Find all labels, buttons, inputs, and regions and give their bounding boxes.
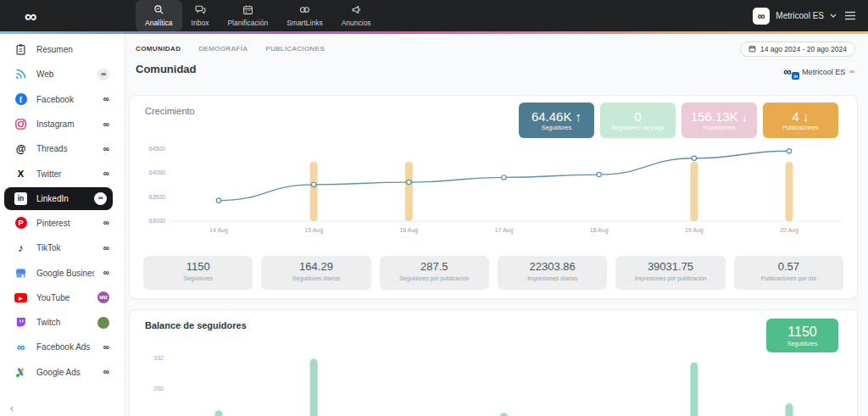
sidebar-item-threads[interactable]: @Threads∞ bbox=[0, 136, 125, 161]
sidebar-item-twitter[interactable]: XTwitter∞ bbox=[0, 161, 125, 186]
tab-label: Planificación bbox=[227, 19, 268, 27]
infinity-badge: ∞ bbox=[849, 68, 854, 75]
linkedin-account-icon: ∞ in bbox=[783, 66, 798, 77]
stat-label: Seguidores diarios bbox=[261, 275, 370, 281]
stat-value: 164.29 bbox=[261, 260, 370, 273]
connected-account-chip[interactable]: ∞ in Metricool ES ∞ bbox=[783, 66, 854, 77]
instagram-icon bbox=[14, 118, 27, 130]
stat-impresiones-diarias: 22303.86Impresiones diarias bbox=[498, 256, 607, 290]
growth-card-title: Crecimiento bbox=[145, 106, 195, 116]
stat-seguidores-por-publicaci-n: 287.5Seguidores por publicación bbox=[380, 256, 489, 290]
stat-label: Seguidores bbox=[143, 275, 253, 281]
sidebar-item-facebook-ads[interactable]: ∞Facebook Ads∞ bbox=[0, 335, 125, 359]
connected-account-label: Metricool ES bbox=[802, 68, 845, 76]
infinity-badge: ∞ bbox=[103, 368, 109, 376]
infinity-badge: ∞ bbox=[94, 192, 107, 205]
sidebar-item-label: Instagram bbox=[36, 119, 94, 129]
growth-chart: 6450064000635006300014 Aug15 Aug16 Aug17… bbox=[143, 138, 845, 238]
tab-label: Inbox bbox=[192, 19, 209, 27]
sidebar-item-instagram[interactable]: Instagram∞ bbox=[0, 112, 125, 136]
stat-value: 287.5 bbox=[380, 260, 489, 273]
stat-value: 0.57 bbox=[734, 260, 843, 273]
sidebar-item-pinterest[interactable]: PPinterest∞ bbox=[0, 211, 125, 236]
hamburger-menu-icon[interactable] bbox=[844, 11, 856, 20]
google-business-icon bbox=[14, 267, 27, 280]
svg-text:17 Aug: 17 Aug bbox=[495, 227, 514, 234]
sidebar-item-resumen[interactable]: Resumen bbox=[0, 37, 125, 62]
sidebar-item-facebook[interactable]: fFacebook∞ bbox=[0, 87, 125, 112]
kpi-badge-seguidores-de-pago[interactable]: 0Seguidores de pago bbox=[600, 103, 676, 138]
sidebar-item-label: YouTube bbox=[36, 293, 88, 302]
sidebar-item-google-ads[interactable]: Google Ads∞ bbox=[0, 360, 125, 385]
avatar: MB bbox=[97, 291, 109, 303]
section-tab-publicaciones[interactable]: PUBLICACIONES bbox=[265, 45, 325, 53]
kpi-value: 64.46K ↑ bbox=[531, 110, 581, 125]
sidebar-item-tiktok[interactable]: ♪TikTok∞ bbox=[0, 236, 125, 260]
top-navbar: ∞ AnalíticaInboxPlanificaciónSmartLinksA… bbox=[0, 0, 868, 31]
sidebar-item-label: Web bbox=[36, 69, 88, 79]
sidebar-item-google-business[interactable]: Google Business ...∞ bbox=[0, 260, 125, 285]
tab-smartlinks[interactable]: SmartLinks bbox=[277, 0, 332, 31]
sidebar-item-web[interactable]: Web∞ bbox=[0, 62, 125, 86]
sidebar-item-label: Google Business ... bbox=[36, 269, 94, 278]
sidebar-collapse-button[interactable]: ‹ bbox=[10, 402, 14, 414]
stat-value: 1150 bbox=[143, 260, 253, 273]
infinity-badge: ∞ bbox=[103, 244, 109, 252]
svg-text:63000: 63000 bbox=[149, 218, 166, 224]
kpi-badge-impresiones[interactable]: 156.13K ↓Impresiones bbox=[682, 103, 757, 138]
kpi-label: Seguidores de pago bbox=[611, 125, 665, 130]
balance-card-title: Balance de seguidores bbox=[145, 320, 247, 330]
stat-value: 39031.75 bbox=[615, 260, 725, 273]
svg-text:63500: 63500 bbox=[149, 194, 166, 200]
kpi-badge-seguidores[interactable]: 64.46K ↑Seguidores bbox=[519, 103, 594, 138]
stat-seguidores-diarios: 164.29Seguidores diarios bbox=[261, 256, 370, 290]
twitch-icon bbox=[14, 316, 27, 329]
stat-label: Impresiones por publicación bbox=[615, 275, 725, 281]
sidebar: ResumenWeb∞fFacebook∞Instagram∞@Threads∞… bbox=[0, 34, 125, 416]
infinity-badge: ∞ bbox=[103, 95, 109, 103]
svg-text:64500: 64500 bbox=[149, 146, 166, 152]
tab-anal-tica[interactable]: Analítica bbox=[136, 0, 182, 31]
sidebar-item-label: Threads bbox=[36, 144, 94, 153]
account-switcher[interactable]: ∞ Metricool ES bbox=[753, 8, 837, 25]
analytics-icon bbox=[153, 4, 164, 17]
date-range-picker[interactable]: 14 ago 2024 - 20 ago 2024 bbox=[740, 42, 855, 57]
kpi-badge-publicaciones[interactable]: 4 ↓Publicaciones bbox=[763, 103, 838, 138]
section-tab-comunidad[interactable]: COMUNIDAD bbox=[136, 45, 181, 53]
sidebar-item-linkedin[interactable]: inLinkedIn∞ bbox=[4, 187, 113, 210]
google-ads-icon bbox=[14, 366, 27, 379]
tab-planificaci-n[interactable]: Planificación bbox=[218, 0, 277, 31]
section-tabs: COMUNIDADDEMOGRAFÍAPUBLICACIONES bbox=[136, 45, 325, 53]
infinity-badge: ∞ bbox=[97, 69, 109, 80]
stat-label: Impresiones diarias bbox=[498, 275, 607, 281]
tab-anuncios[interactable]: Anuncios bbox=[332, 0, 381, 31]
kpi-label: Publicaciones bbox=[782, 125, 819, 130]
avatar bbox=[97, 317, 109, 329]
metricool-logo-icon: ∞ bbox=[25, 8, 36, 25]
balance-card: Balance de seguidores 1150 Seguidores 33… bbox=[129, 309, 858, 416]
clipboard-icon bbox=[14, 43, 27, 56]
sidebar-item-label: TikTok bbox=[36, 243, 94, 252]
megaphone-icon bbox=[351, 4, 362, 17]
pinterest-icon: P bbox=[14, 217, 27, 230]
inbox-icon bbox=[195, 4, 206, 17]
stat-publicaciones-por-d-a: 0.57Publicaciones por día bbox=[734, 256, 843, 290]
sidebar-item-youtube[interactable]: ▶YouTubeMB bbox=[0, 286, 125, 310]
sidebar-item-label: Pinterest bbox=[36, 219, 94, 228]
svg-text:16 Aug: 16 Aug bbox=[399, 227, 418, 234]
sidebar-item-label: LinkedIn bbox=[36, 194, 85, 203]
svg-text:19 Aug: 19 Aug bbox=[685, 227, 704, 234]
svg-text:200: 200 bbox=[153, 385, 164, 391]
section-tab-demograf-a[interactable]: DEMOGRAFÍA bbox=[198, 45, 248, 53]
tab-inbox[interactable]: Inbox bbox=[182, 0, 219, 31]
infinity-badge: ∞ bbox=[103, 169, 109, 178]
tab-label: Analítica bbox=[145, 19, 173, 27]
account-avatar: ∞ bbox=[753, 8, 770, 25]
sidebar-item-twitch[interactable]: Twitch bbox=[0, 310, 125, 335]
kpi-label: Seguidores bbox=[542, 125, 571, 130]
balance-badge-value: 1150 bbox=[787, 324, 816, 340]
kpi-value: 4 ↓ bbox=[792, 110, 809, 125]
tab-label: SmartLinks bbox=[287, 19, 323, 27]
svg-text:15 Aug: 15 Aug bbox=[304, 227, 323, 234]
metricool-app: ∞ AnalíticaInboxPlanificaciónSmartLinksA… bbox=[0, 0, 868, 416]
